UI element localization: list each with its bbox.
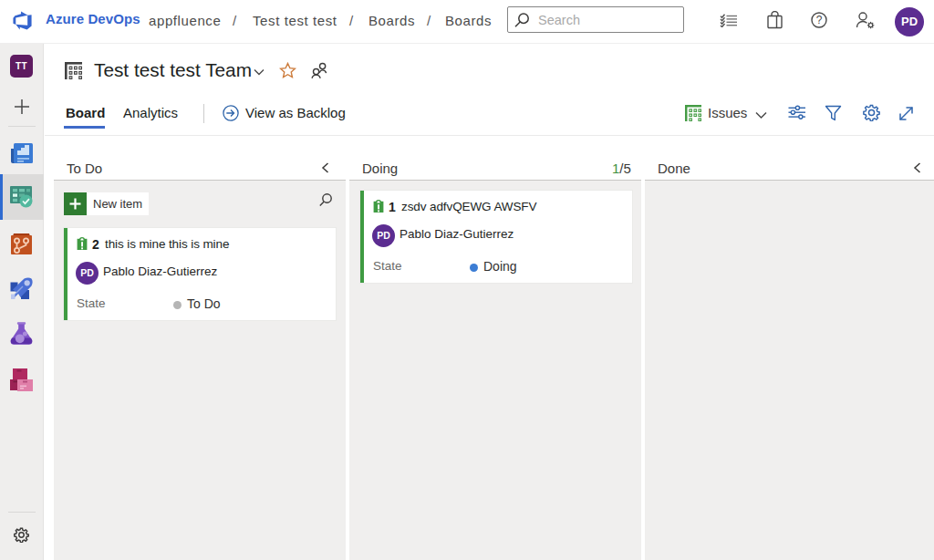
svg-text:?: ? [816,14,823,26]
